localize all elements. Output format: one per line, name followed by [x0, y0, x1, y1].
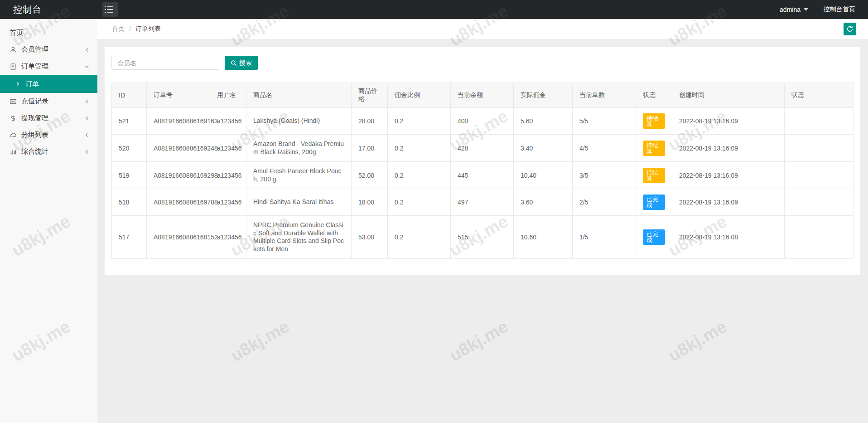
status-badge: 待结算: [643, 168, 665, 183]
table-row: 519A08191660886169298a123456Amul Fresh P…: [112, 162, 854, 189]
cell-order-no: A08191660886168152: [147, 216, 210, 259]
cell-balance: 428: [451, 135, 514, 162]
cell-balance: 445: [451, 162, 514, 189]
sidebar-item-label: 订单: [25, 80, 89, 88]
column-header: 状态: [636, 83, 672, 108]
console-home-link[interactable]: 控制台首页: [824, 5, 855, 14]
cell-balance: 400: [451, 108, 514, 135]
column-header: 用户名: [210, 83, 246, 108]
cell-product: Amul Fresh Paneer Block Pouch, 200 g: [246, 162, 352, 189]
sidebar-item-4[interactable]: 充值记录: [0, 93, 97, 110]
sidebar-item-5[interactable]: 提现管理: [0, 110, 97, 126]
sidebar-item-label: 提现管理: [21, 114, 85, 122]
chevron-left-icon: [85, 150, 89, 154]
breadcrumb-current: 订单列表: [135, 25, 161, 33]
column-header: 当前单数: [573, 83, 636, 108]
search-button[interactable]: 搜索: [225, 56, 258, 70]
orders-table: ID订单号用户名商品名商品价格佣金比例当前余额实际佣金当前单数状态创建时间状态 …: [111, 83, 854, 259]
chevron-right-icon: [15, 82, 20, 86]
cell-price: 28.00: [352, 108, 388, 135]
cell-status: 待结算: [636, 162, 672, 189]
sidebar-item-label: 首页: [10, 29, 89, 37]
column-header: 当前余额: [451, 83, 514, 108]
stats-icon: [10, 148, 21, 156]
status-badge: 待结算: [643, 141, 665, 156]
breadcrumb-home-link[interactable]: 首页: [112, 25, 125, 33]
main-area: 首页 / 订单列表 搜索: [97, 19, 868, 423]
username: admina: [780, 6, 800, 13]
cell-price: 18.00: [352, 189, 388, 216]
chevron-down-icon: [85, 64, 89, 69]
cell-id: 521: [112, 108, 147, 135]
column-header: 状态: [785, 83, 854, 108]
cell-commission: 3.60: [514, 189, 573, 216]
cell-status: 待结算: [636, 108, 672, 135]
chevron-down-icon: [804, 8, 808, 11]
cell-product: NPRC Premium Genuine Classic Soft and Du…: [246, 216, 352, 259]
column-header: 实际佣金: [514, 83, 573, 108]
column-header: 订单号: [147, 83, 210, 108]
cell-ratio: 0.2: [388, 162, 451, 189]
search-row: 搜索: [111, 56, 854, 70]
cell-count: 3/5: [573, 162, 636, 189]
topbar-right: admina 控制台首页: [780, 5, 868, 14]
order-icon: [10, 63, 21, 70]
cell-price: 53.00: [352, 216, 388, 259]
sidebar-item-7[interactable]: 综合统计: [0, 143, 97, 160]
column-header: 佣金比例: [388, 83, 451, 108]
sidebar-toggle-button[interactable]: [102, 2, 118, 17]
cell-balance: 497: [451, 189, 514, 216]
cell-commission: 10.60: [514, 216, 573, 259]
sidebar-item-6[interactable]: 分组列表: [0, 126, 97, 143]
column-header: 商品名: [246, 83, 352, 108]
sidebar-item-label: 会员管理: [21, 45, 85, 54]
cell-ratio: 0.2: [388, 108, 451, 135]
cell-id: 517: [112, 216, 147, 259]
chevron-left-icon: [85, 48, 89, 52]
user-icon: [10, 46, 21, 53]
cell-order-no: A08191660886169298: [147, 162, 210, 189]
cell-commission: 10.40: [514, 162, 573, 189]
table-row: 520A08191660886169248a123456Amazon Brand…: [112, 135, 854, 162]
table-header-row: ID订单号用户名商品名商品价格佣金比例当前余额实际佣金当前单数状态创建时间状态: [112, 83, 854, 108]
cell-commission: 3.40: [514, 135, 573, 162]
cell-order-no: A08191660886169248: [147, 135, 210, 162]
cell-id: 518: [112, 189, 147, 216]
member-name-input[interactable]: [111, 56, 219, 70]
sidebar-item-0[interactable]: 首页: [0, 24, 97, 41]
cell-ratio: 0.2: [388, 216, 451, 259]
table-row: 517A08191660886168152a123456NPRC Premium…: [112, 216, 854, 259]
orders-card: 搜索 ID订单号用户名商品名商品价格佣金比例当前余额实际佣金当前单数状态创建时间…: [105, 47, 860, 275]
cell-product: Hindi Sahitya Ka Saral Itihas: [246, 189, 352, 216]
sidebar-item-label: 订单管理: [21, 62, 85, 71]
cell-status: 待结算: [636, 135, 672, 162]
cell-product: Amazon Brand - Vedaka Premium Black Rais…: [246, 135, 352, 162]
cell-extra: [785, 216, 854, 259]
cell-count: 2/5: [573, 189, 636, 216]
cell-order-no: A08191660886169163: [147, 108, 210, 135]
refresh-button[interactable]: [844, 23, 856, 35]
cell-extra: [785, 135, 854, 162]
sidebar-item-1[interactable]: 会员管理: [0, 41, 97, 58]
hamburger-icon: [107, 6, 113, 7]
status-badge: 待结算: [643, 113, 665, 129]
cell-extra: [785, 189, 854, 216]
chevron-left-icon: [85, 133, 89, 137]
cell-product: Lakshya (Goals) (Hindi): [246, 108, 352, 135]
table-row: 518A08191660886169788a123456Hindi Sahity…: [112, 189, 854, 216]
user-menu[interactable]: admina: [780, 6, 808, 13]
cell-order-no: A08191660886169788: [147, 189, 210, 216]
search-button-label: 搜索: [239, 59, 252, 67]
cell-price: 17.00: [352, 135, 388, 162]
recharge-icon: [10, 98, 21, 105]
cell-created: 2022-08-19 13:16:09: [672, 189, 785, 216]
cell-extra: [785, 162, 854, 189]
cell-created: 2022-08-19 13:16:09: [672, 108, 785, 135]
cell-extra: [785, 108, 854, 135]
cell-created: 2022-08-19 13:16:08: [672, 216, 785, 259]
cell-ratio: 0.2: [388, 135, 451, 162]
sidebar-item-3-active[interactable]: 订单: [0, 75, 97, 93]
cell-status: 已完成: [636, 189, 672, 216]
breadcrumb-separator: /: [129, 25, 131, 33]
sidebar-item-2[interactable]: 订单管理: [0, 58, 97, 75]
